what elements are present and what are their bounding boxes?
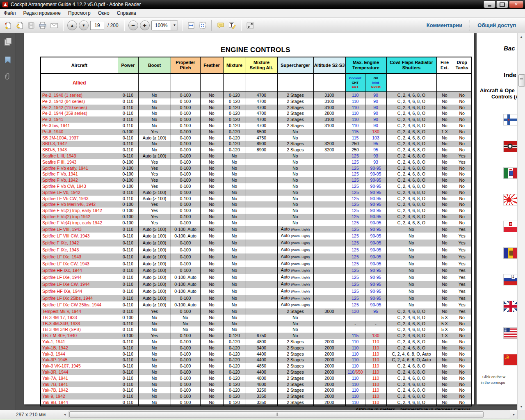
table-footnote: Altitude in meters - Temperature in degr… [40, 407, 471, 410]
group-label: Allied [41, 74, 118, 92]
print-button[interactable] [38, 21, 48, 30]
zoom-level-select[interactable]: 100% ▼ [151, 21, 178, 30]
table-row: Pe-2, 1942 (84 series)0-110No0-100No0-12… [41, 98, 471, 105]
next-page-button[interactable]: ▼ [79, 21, 89, 30]
table-row: Pe-2, 1940 (1 series)0-110No0-100No0-120… [41, 92, 471, 98]
table-row: Spitfire LF IXe CW, 19440-110Auto (≥ 100… [41, 281, 471, 288]
table-row: TB-7 M-40F, 19400-100Yes0-100No0-1206750… [41, 333, 471, 339]
table-row: Spitfire LF IXc CW, 19430-110Auto (≥ 100… [41, 260, 471, 267]
page-number-input[interactable] [90, 21, 104, 30]
table-row: Spitfire F Vc(4) trop, early 19420-100Ye… [41, 220, 471, 226]
menu-item[interactable]: Файл [0, 9, 20, 17]
uk-flag[interactable] [504, 301, 518, 312]
scroll-down-icon[interactable]: ▼ [518, 403, 525, 410]
table-row: Spitfire LF IXe, 19440-110Auto (≥ 100)0-… [41, 274, 471, 281]
table-row: Spitfire F IXc, 19430-110Auto (≥ 100)0-1… [41, 247, 471, 253]
table-subheader-row: Allied Coolant CHT EGT Oil Inlet Outlet [41, 74, 471, 92]
adobe-reader-window: Cockpit Arrangement Guide 4.12.2 v5.0.pd… [0, 0, 525, 420]
save-copy-button[interactable] [15, 21, 25, 30]
menu-item[interactable]: Окно [94, 9, 113, 17]
page-thumbnails-icon[interactable] [4, 37, 12, 46]
poland-flag[interactable] [504, 221, 518, 232]
adobe-reader-icon [2, 2, 8, 7]
annotate-text-button[interactable]: T [227, 21, 237, 30]
table-row: Spitfire LF IXc, 19430-110Auto (≥ 100)0-… [41, 253, 471, 260]
ussr-flag[interactable] [504, 354, 518, 365]
table-row: SB 2M-100A, 19370-110Auto (≥ 100)0-100No… [41, 135, 471, 141]
menu-item[interactable]: Справка [113, 9, 140, 17]
table-row: Spitfire HF IXe, 19440-110Auto (≥ 100)0-… [41, 288, 471, 295]
finland-flag[interactable] [504, 114, 518, 125]
horizontal-scrollbar-thumb[interactable] [69, 411, 484, 418]
fit-width-button[interactable] [186, 21, 196, 30]
page-total-label: / 200 [107, 23, 119, 28]
status-bar: 297 x 210 мм ◄ ► [0, 410, 525, 419]
zoom-in-button[interactable]: + [140, 21, 150, 30]
comment-bubble-button[interactable] [216, 21, 226, 30]
table-row: Yak-1B, 19420-110No0-100No0-12034002 Sta… [41, 345, 471, 351]
open-file-button[interactable] [3, 21, 13, 30]
subcol-coolant: Coolant CHT EGT [345, 74, 365, 92]
fit-page-button[interactable] [198, 21, 208, 30]
table-row: Yak-9B, 19440-110No0-100No0-12033502 Sta… [41, 399, 471, 406]
save-button[interactable] [26, 21, 36, 30]
menu-bar: ФайлРедактированиеПросмотрОкноСправка [0, 9, 525, 18]
vertical-scrollbar[interactable]: ▲ ▼ [517, 33, 525, 410]
scroll-up-icon[interactable]: ▲ [518, 33, 525, 40]
scroll-right-icon[interactable]: ► [511, 413, 517, 416]
window-title: Cockpit Arrangement Guide 4.12.2 v5.0.pd… [11, 2, 484, 7]
table-row: Pe-2, 1944 (359 series)0-110No0-100No0-1… [41, 110, 471, 116]
table-row: Yak-3R, 19440-110No0-100No0-12044002 Sta… [41, 369, 471, 375]
minimize-button[interactable] [484, 1, 495, 8]
table-row: Spitfire F Vc(2) trop, early 19420-100Ye… [41, 208, 471, 214]
previous-page-button[interactable]: ▲ [67, 21, 77, 30]
table-row: TB-3 4M-34R (SPB)0-110NoNoNoNoNo--C, 2, … [41, 326, 471, 333]
zoom-out-button[interactable]: − [128, 21, 138, 30]
table-row: TB-3 4M-34R, 19330-110NoNoNoNoNo--C, 2, … [41, 321, 471, 327]
page2-heading-line1: Aircraft & Ope [480, 88, 515, 94]
germany-flag[interactable] [504, 141, 518, 152]
romania-flag[interactable] [504, 248, 518, 258]
maximize-button[interactable] [496, 1, 508, 8]
col-power: Power [118, 57, 138, 74]
table-row: Spitfire LF IXc 25lbs, 19440-110Auto (≥ … [41, 295, 471, 302]
fullscreen-button[interactable] [245, 21, 255, 30]
page-size-label: 297 x 210 мм [0, 412, 62, 418]
index-heading: Inde [504, 71, 516, 78]
attachments-icon[interactable] [4, 72, 12, 80]
table-row: Spitfire LF Vb CW, 19430-110Auto (≥ 100)… [41, 196, 471, 202]
page2-heading-line2: Controls (A [491, 94, 518, 100]
scrollbar-corner [517, 410, 525, 419]
table-row: Pe-3, 19410-110No0-100No0-12047002 Stage… [41, 116, 471, 123]
table-row: Spitfire LF IXe CW 25lbs, 19440-110Auto … [41, 301, 471, 308]
page2-note-line1: Click on the w [482, 375, 505, 379]
page2-note-line2: in the correspo [481, 381, 505, 385]
scroll-left-icon[interactable]: ◄ [62, 413, 68, 416]
menu-item[interactable]: Редактирование [20, 9, 64, 17]
table-row: Spitfire F Vb early, 19410-100Yes0-100No… [41, 165, 471, 171]
table-row: SBD-5, 19430-110No0-100No0-12089002 Stag… [41, 147, 471, 153]
share-panel-button[interactable]: Общий доступ [472, 22, 522, 28]
flag-list [504, 114, 518, 365]
close-button[interactable]: ✕ [509, 1, 523, 8]
horizontal-scrollbar[interactable] [68, 411, 510, 418]
chevron-down-icon[interactable]: ▼ [171, 21, 178, 30]
table-row: Spitfire F Vb, 19410-100Yes0-100NoNoNo12… [41, 171, 471, 177]
col-cowl-flaps: Cowl Flaps Radiator Shutters [386, 57, 436, 74]
subcol-oil: Oil Inlet Outlet [365, 74, 386, 92]
comments-panel-button[interactable]: Комментарии [421, 22, 468, 28]
table-row: Yak-7A, 19410-110No0-100No0-12048002 Sta… [41, 375, 471, 381]
italy-flag[interactable] [504, 168, 518, 178]
usa-flag[interactable] [504, 328, 518, 338]
vertical-scrollbar-thumb[interactable] [518, 74, 525, 87]
back-link[interactable]: Bac [504, 45, 515, 52]
bookmarks-icon[interactable] [4, 56, 12, 64]
table-row: Yak-1, 19410-110No0-100No0-12048002 Stag… [41, 339, 471, 345]
email-button[interactable] [49, 21, 59, 30]
col-supercharger: Supercharger [277, 57, 313, 74]
japan-flag[interactable] [504, 194, 518, 205]
engine-table-rows: Pe-2, 1940 (1 series)0-110No0-100No0-120… [41, 92, 471, 406]
table-row: Tempest Mk.V, 19440-110Yes0-100NoNo2 Sta… [41, 308, 471, 315]
menu-item[interactable]: Просмотр [64, 9, 94, 17]
slovakia-flag[interactable] [504, 274, 518, 285]
